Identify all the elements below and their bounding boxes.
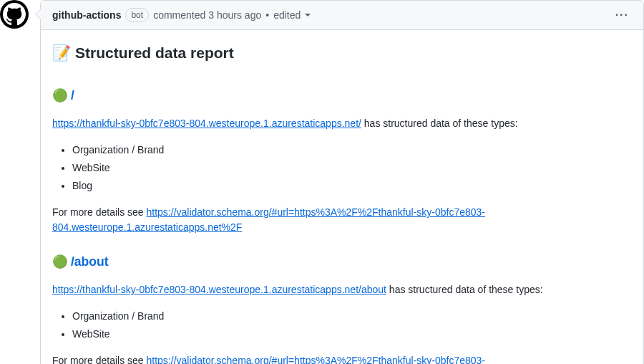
details-prefix: For more details see [52,355,144,364]
edited-label[interactable]: edited [273,8,301,23]
comment-time[interactable]: 3 hours ago [208,8,261,23]
list-item: WebSite [72,327,632,342]
report-title-text: Structured data report [75,42,234,64]
section-url-link[interactable]: https://thankful-sky-0bfc7e803-804.weste… [52,284,386,295]
details-prefix: For more details see [52,206,144,218]
separator: • [265,8,269,23]
comment-action: commented [153,8,205,23]
report-title: 📝 Structured data report [52,42,632,69]
list-item: Blog [72,178,632,193]
section-path-link[interactable]: / [71,86,74,105]
types-intro: has structured data of these types: [364,118,518,129]
section-heading: 🟢 / [52,86,632,105]
github-icon [3,3,26,26]
kebab-menu-icon[interactable]: ··· [613,6,632,24]
types-list: Organization / Brand WebSite [52,309,632,342]
types-list: Organization / Brand WebSite Blog [52,143,632,193]
list-item: WebSite [72,161,632,176]
details-line: For more details see https://validator.s… [52,353,632,364]
author-link[interactable]: github-actions [52,8,121,23]
section-heading: 🟢 /about [52,252,632,271]
chevron-down-icon[interactable] [305,14,311,16]
comment-header: github-actions bot commented 3 hours ago… [41,1,643,30]
comment-box: github-actions bot commented 3 hours ago… [40,0,644,364]
types-intro: has structured data of these types: [389,284,543,295]
list-item: Organization / Brand [72,309,632,324]
status-icon: 🟢 [52,252,68,271]
comment-body: 📝 Structured data report 🟢 / https://tha… [41,30,643,364]
list-item: Organization / Brand [72,143,632,158]
section-url-line: https://thankful-sky-0bfc7e803-804.weste… [52,282,632,297]
status-icon: 🟢 [52,86,68,105]
section-url-link[interactable]: https://thankful-sky-0bfc7e803-804.weste… [52,118,361,129]
bot-badge: bot [125,8,149,22]
memo-icon: 📝 [52,42,71,64]
avatar[interactable] [0,0,29,29]
section-url-line: https://thankful-sky-0bfc7e803-804.weste… [52,116,632,131]
section-path-link[interactable]: /about [71,252,109,271]
details-line: For more details see https://validator.s… [52,205,632,235]
